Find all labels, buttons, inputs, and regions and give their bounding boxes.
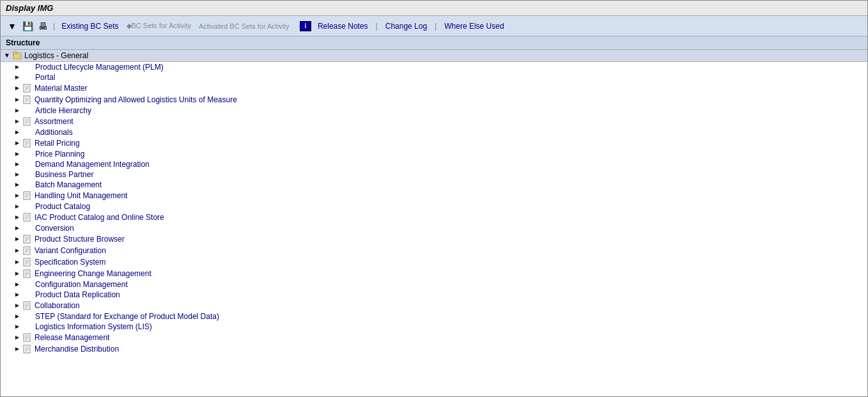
expand-arrow[interactable]: ► [13,139,21,147]
tree-item[interactable]: ► Merchandise Distribution [1,343,867,355]
tree-item-label: Release Management [35,333,109,342]
tree-item-label: Demand Management Integration [35,160,150,169]
expand-arrow[interactable]: ► [13,63,21,71]
tree-item-label: Business Partner [35,170,93,179]
tree-item-label: Additionals [35,128,73,137]
expand-arrow[interactable]: ► [13,160,21,168]
tree-item[interactable]: ►Portal [1,72,867,82]
tree-item[interactable]: ► IAC Product Catalog and Online Store [1,212,867,223]
print-icon[interactable]: 🖶 [36,20,49,33]
save-icon[interactable]: 💾 [21,20,34,33]
divider-2: | [435,22,437,31]
expand-arrow[interactable]: ► [13,323,21,331]
download-icon[interactable]: ▼ [6,20,19,33]
expand-arrow[interactable]: ► [13,74,21,81]
expand-arrow[interactable]: ► [13,118,21,125]
existing-bc-sets-btn[interactable]: Existing BC Sets [59,20,121,32]
tree-item[interactable]: ► Variant Configuration [1,245,867,256]
tree-item[interactable]: ►Additionals [1,127,867,137]
tree-item[interactable]: ►Product Catalog [1,201,867,212]
expand-arrow[interactable]: ► [13,291,21,299]
tree-item-label: Product Catalog [35,202,90,211]
expand-arrow[interactable]: ► [13,281,21,288]
svg-rect-57 [24,334,30,341]
expand-arrow[interactable]: ► [13,345,21,353]
toolbar: ▼ 💾 🖶 | Existing BC Sets ◆BC Sets for Ac… [1,16,867,36]
expand-arrow[interactable]: ► [13,192,21,199]
tree-item[interactable]: ► Retail Pricing [1,137,867,149]
expand-arrow[interactable]: ► [13,96,21,104]
tree-item[interactable]: ►Product Lifecycle Management (PLM) [1,62,867,72]
tree-item[interactable]: ►Logistics Information System (LIS) [1,322,867,332]
svg-rect-47 [24,270,30,277]
svg-rect-22 [24,192,30,199]
doc-icon [22,138,33,148]
tree-item-label: Price Planning [35,150,84,159]
doc-icon [22,344,33,354]
tree-item[interactable]: ► Specification System [1,256,867,268]
expand-arrow[interactable]: ► [13,214,21,221]
divider-1: | [376,22,378,31]
tree-item[interactable]: ►Price Planning [1,149,867,159]
expand-arrow[interactable]: ► [13,302,21,309]
doc-icon [22,212,33,222]
doc-icon [22,257,33,267]
expand-arrow[interactable]: ► [13,247,21,254]
svg-rect-52 [24,302,30,309]
release-notes-btn[interactable]: Release Notes [315,20,371,32]
tree-item[interactable]: ►Configuration Management [1,279,867,290]
expand-arrow[interactable]: ► [13,235,21,243]
tree-item[interactable]: ► Assortment [1,116,867,127]
release-notes-icon: i [300,21,311,31]
tree-item[interactable]: ►Demand Management Integration [1,159,867,169]
tree-item[interactable]: ► Release Management [1,332,867,343]
tree-item[interactable]: ► Engineering Change Management [1,268,867,279]
root-folder-icon [12,51,22,61]
doc-icon [22,95,33,105]
tree-item-label: Portal [35,73,55,82]
tree-item[interactable]: ►Business Partner [1,169,867,180]
tree-items-container: ►Product Lifecycle Management (PLM)►Port… [1,62,867,355]
tree-item[interactable]: ►Product Data Replication [1,290,867,300]
tree-root-item[interactable]: ▼ Logistics - General [1,50,867,62]
doc-icon [22,245,33,256]
tree-item[interactable]: ► Handling Unit Management [1,190,867,201]
tree-item-label: STEP (Standard for Exchange of Product M… [35,312,219,321]
expand-arrow[interactable]: ► [13,150,21,158]
expand-arrow[interactable]: ► [13,258,21,266]
tree-item-label: Product Structure Browser [35,235,125,244]
tree-item-label: Collaboration [35,301,80,310]
expand-arrow[interactable]: ► [13,181,21,189]
tree-item[interactable]: ► Product Structure Browser [1,233,867,245]
tree-item[interactable]: ► Collaboration [1,300,867,311]
tree-scroll[interactable]: ▼ Logistics - General ►Product Lifecycle… [1,50,867,389]
release-notes-group: i Release Notes [300,20,371,32]
expand-arrow[interactable]: ► [13,171,21,178]
tree-item-label: IAC Product Catalog and Online Store [35,213,164,222]
expand-arrow[interactable]: ► [13,313,21,320]
structure-header: Structure [1,36,867,50]
tree-item-label: Material Master [35,84,88,93]
expand-arrow[interactable]: ► [13,334,21,341]
expand-arrow[interactable]: ► [13,270,21,277]
bc-sets-for-activity-btn[interactable]: ◆BC Sets for Activity [124,20,194,31]
tree-item[interactable]: ►Article Hierarchy [1,105,867,116]
activated-bc-sets-btn[interactable]: Activated BC Sets for Activity [196,21,292,31]
expand-arrow[interactable]: ► [13,107,21,114]
main-window: Display IMG ▼ 💾 🖶 | Existing BC Sets ◆BC… [0,0,868,397]
doc-icon [22,234,33,244]
change-log-btn[interactable]: Change Log [383,20,430,32]
root-expand-arrow[interactable]: ▼ [3,52,11,59]
expand-arrow[interactable]: ► [13,84,21,92]
expand-arrow[interactable]: ► [13,128,21,136]
tree-item[interactable]: ► Material Master [1,82,867,94]
tree-item-label: Specification System [35,258,105,267]
tree-item[interactable]: ► Quantity Optimizing and Allowed Logist… [1,94,867,105]
tree-item[interactable]: ►Batch Management [1,180,867,190]
tree-item[interactable]: ►Conversion [1,223,867,233]
where-else-used-btn[interactable]: Where Else Used [442,20,506,32]
tree-item-label: Conversion [35,224,74,233]
expand-arrow[interactable]: ► [13,224,21,232]
tree-item[interactable]: ►STEP (Standard for Exchange of Product … [1,311,867,322]
expand-arrow[interactable]: ► [13,203,21,210]
